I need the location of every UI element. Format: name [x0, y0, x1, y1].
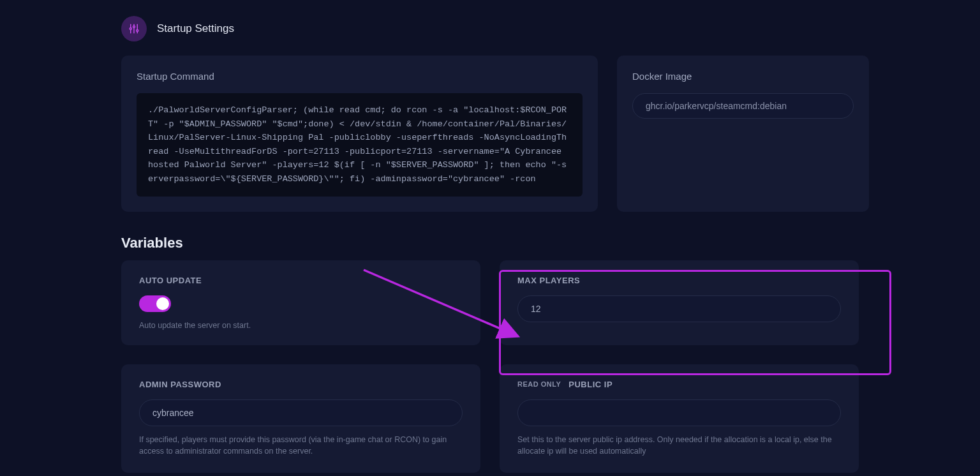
startup-settings-header: Startup Settings: [121, 16, 859, 41]
auto-update-card: AUTO UPDATE Auto update the server on st…: [121, 260, 480, 345]
settings-icon: [121, 16, 147, 41]
docker-image-card: Docker Image ghcr.io/parkervcp/steamcmd:…: [617, 56, 869, 212]
startup-command-card: Startup Command ./PalworldServerConfigPa…: [121, 56, 598, 212]
public-ip-readonly-badge: READ ONLY: [517, 380, 561, 388]
variables-heading: Variables: [121, 235, 859, 251]
admin-password-card: ADMIN PASSWORD If specified, players mus…: [121, 364, 480, 473]
max-players-card: MAX PLAYERS: [500, 260, 859, 345]
public-ip-card: READ ONLY PUBLIC IP Set this to the serv…: [500, 364, 859, 473]
auto-update-toggle[interactable]: [139, 295, 171, 312]
svg-point-5: [133, 26, 135, 28]
startup-command-code: ./PalworldServerConfigParser; (while rea…: [137, 93, 583, 197]
startup-command-title: Startup Command: [137, 71, 583, 82]
admin-password-desc: If specified, players must provide this …: [139, 434, 463, 458]
public-ip-desc: Set this to the server public ip address…: [517, 434, 841, 458]
docker-image-select[interactable]: ghcr.io/parkervcp/steamcmd:debian: [632, 93, 854, 119]
public-ip-label: PUBLIC IP: [568, 380, 612, 389]
admin-password-input[interactable]: [139, 399, 463, 426]
svg-point-2: [130, 28, 131, 30]
svg-point-8: [137, 30, 138, 32]
auto-update-desc: Auto update the server on start.: [139, 321, 463, 330]
max-players-label: MAX PLAYERS: [517, 276, 841, 285]
public-ip-input: [517, 399, 841, 426]
admin-password-label: ADMIN PASSWORD: [139, 380, 463, 389]
max-players-input[interactable]: [517, 295, 841, 322]
docker-image-title: Docker Image: [632, 71, 854, 82]
section-title: Startup Settings: [157, 22, 234, 35]
auto-update-label: AUTO UPDATE: [139, 276, 463, 285]
